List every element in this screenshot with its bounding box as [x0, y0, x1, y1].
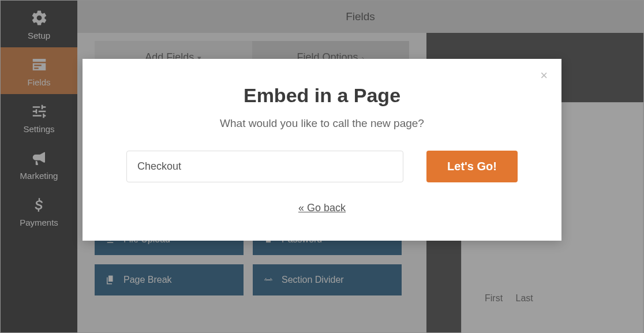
embed-modal: × Embed in a Page What would you like to…: [83, 59, 561, 241]
modal-overlay[interactable]: × Embed in a Page What would you like to…: [0, 0, 644, 333]
modal-title: Embed in a Page: [117, 84, 527, 107]
close-icon[interactable]: ×: [540, 69, 548, 82]
modal-back-row: « Go back: [117, 202, 527, 214]
page-name-input[interactable]: [126, 151, 403, 182]
modal-subtitle: What would you like to call the new page…: [117, 117, 527, 130]
modal-form: Let's Go!: [117, 151, 527, 182]
lets-go-button[interactable]: Let's Go!: [426, 151, 518, 182]
go-back-link[interactable]: « Go back: [298, 202, 346, 214]
